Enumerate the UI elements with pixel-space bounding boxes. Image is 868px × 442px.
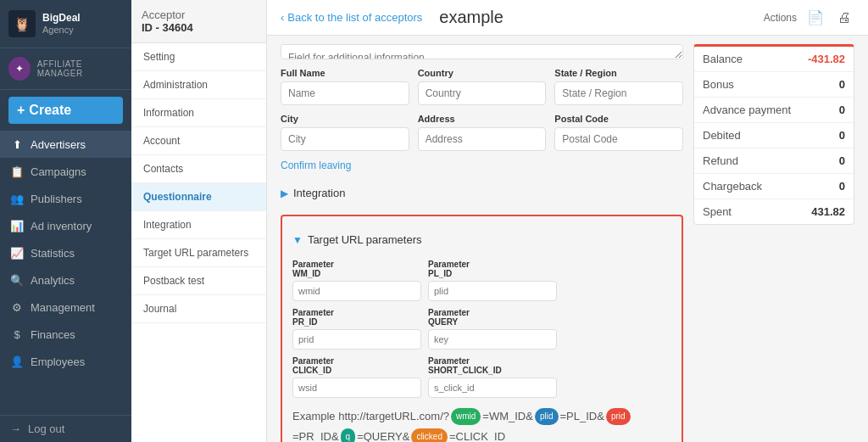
city-label: City — [281, 114, 409, 124]
balance-row-advance: Advance payment 0 — [694, 98, 854, 123]
back-arrow-icon: ‹ — [281, 11, 284, 24]
sidebar-item-label: Finances — [31, 328, 75, 341]
page-title: example — [439, 8, 504, 27]
sidebar-item-campaigns[interactable]: 📋 Campaigns — [0, 158, 131, 185]
params-grid: Parameter WM_ID Parameter PL_ID — [292, 260, 671, 398]
form-group-fullname: Full Name — [281, 68, 409, 105]
param-prid-input[interactable] — [292, 329, 421, 350]
publishers-icon: 👥 — [10, 192, 24, 205]
param-wmid: Parameter WM_ID — [292, 260, 421, 301]
sidebar-item-analytics[interactable]: 🔍 Analytics — [0, 266, 131, 294]
q-pill: q — [341, 428, 356, 442]
target-url-section: ▼ Target URL parameters Parameter WM_ID … — [281, 215, 683, 442]
form-group-address: Address — [418, 114, 547, 151]
sidebar: 🦉 BigDeal Agency ✦ AFFILIATE MANAGER + C… — [0, 0, 131, 442]
sidebar-item-statistics[interactable]: 📈 Statistics — [0, 239, 131, 266]
country-input[interactable] — [418, 81, 547, 105]
address-label: Address — [418, 114, 547, 124]
balance-row-debited: Debited 0 — [694, 123, 854, 148]
state-input[interactable] — [554, 81, 683, 105]
submenu-item-target-url[interactable]: Target URL parameters — [131, 239, 266, 267]
postal-input[interactable] — [554, 127, 683, 151]
sidebar-item-advertisers[interactable]: ⬆ Advertisers — [0, 131, 131, 158]
form-panel: Full Name Country State / Region City — [281, 44, 683, 434]
right-panel: Balance -431.82 Bonus 0 Advance payment … — [693, 44, 854, 434]
clicked-pill: clicked — [411, 428, 448, 442]
address-input[interactable] — [418, 127, 547, 151]
sidebar-item-label: Management — [31, 301, 95, 314]
topbar-right: Actions 📄 🖨 — [764, 6, 854, 29]
balance-row-chargeback: Chargeback 0 — [694, 174, 854, 199]
integration-section-header[interactable]: ▶ Integration — [281, 180, 683, 206]
param-clickid-input[interactable] — [292, 378, 421, 398]
state-label: State / Region — [554, 68, 683, 78]
confirm-leaving-link[interactable]: Confirm leaving — [281, 159, 683, 171]
param-short-clickid-input[interactable] — [428, 378, 557, 398]
sidebar-item-label: Publishers — [31, 193, 82, 205]
sidebar-logo: 🦉 BigDeal Agency — [0, 0, 131, 48]
finances-icon: $ — [10, 327, 24, 341]
content-area: Full Name Country State / Region City — [267, 36, 868, 442]
param-query-input[interactable] — [428, 329, 557, 350]
submenu-item-questionnaire[interactable]: Questionnaire — [131, 183, 266, 211]
plid-pill: plid — [535, 408, 559, 425]
submenu-item-integration[interactable]: Integration — [131, 211, 266, 239]
topbar: ‹ Back to the list of acceptors example … — [267, 0, 868, 36]
form-row-2: City Address Postal Code — [281, 114, 683, 151]
back-link[interactable]: ‹ Back to the list of acceptors — [281, 11, 422, 24]
country-label: Country — [418, 68, 547, 78]
param-short-clickid: Parameter SHORT_CLICK_ID — [428, 356, 557, 398]
create-button[interactable]: + Create — [8, 97, 123, 124]
logo-icon: 🦉 — [8, 10, 36, 37]
sidebar-item-employees[interactable]: 👤 Employees — [0, 348, 131, 375]
logout-label: Log out — [28, 422, 64, 435]
affiliate-icon: ✦ — [8, 57, 31, 81]
additional-info-textarea[interactable] — [281, 44, 683, 59]
param-plid-input[interactable] — [428, 281, 557, 301]
submenu-item-administration[interactable]: Administration — [131, 71, 266, 99]
param-wmid-input[interactable] — [292, 281, 421, 301]
sidebar-item-label: Statistics — [31, 247, 75, 260]
sidebar-item-ad-inventory[interactable]: 📊 Ad inventory — [0, 212, 131, 239]
management-icon: ⚙ — [10, 300, 24, 314]
balance-row-balance: Balance -431.82 — [694, 47, 854, 72]
submenu-panel: Acceptor ID - 34604 Setting Administrati… — [131, 0, 267, 442]
balance-row-spent: Spent 431.82 — [694, 199, 854, 224]
submenu-item-information[interactable]: Information — [131, 99, 266, 127]
postal-label: Postal Code — [554, 114, 683, 124]
topbar-left: ‹ Back to the list of acceptors example — [281, 8, 504, 27]
form-row-1: Full Name Country State / Region — [281, 68, 683, 105]
print-icon-button[interactable]: 🖨 — [834, 7, 854, 29]
fullname-label: Full Name — [281, 68, 409, 78]
target-url-header[interactable]: ▼ Target URL parameters — [292, 227, 671, 253]
logout-icon: → — [10, 422, 21, 435]
balance-card: Balance -431.82 Bonus 0 Advance payment … — [693, 44, 854, 225]
form-group-city: City — [281, 114, 409, 151]
logo-text: BigDeal Agency — [42, 12, 81, 36]
document-icon-button[interactable]: 📄 — [804, 6, 827, 29]
sidebar-item-label: Employees — [31, 355, 85, 368]
balance-row-bonus: Bonus 0 — [694, 72, 854, 98]
sidebar-nav: ⬆ Advertisers 📋 Campaigns 👥 Publishers 📊… — [0, 131, 131, 415]
sidebar-item-finances[interactable]: $ Finances — [0, 321, 131, 348]
submenu-item-account[interactable]: Account — [131, 127, 266, 155]
param-prid: Parameter PR_ID — [292, 308, 421, 350]
employees-icon: 👤 — [10, 355, 24, 368]
submenu-item-contacts[interactable]: Contacts — [131, 155, 266, 183]
sidebar-item-management[interactable]: ⚙ Management — [0, 294, 131, 321]
submenu-item-journal[interactable]: Journal — [131, 295, 266, 323]
form-group-country: Country — [418, 68, 547, 105]
advertisers-icon: ⬆ — [10, 137, 24, 151]
sidebar-item-publishers[interactable]: 👥 Publishers — [0, 185, 131, 212]
submenu-item-setting[interactable]: Setting — [131, 43, 266, 71]
logout-button[interactable]: → Log out — [0, 415, 131, 442]
actions-label: Actions — [764, 12, 797, 24]
statistics-icon: 📈 — [10, 246, 24, 260]
city-input[interactable] — [281, 127, 409, 151]
integration-arrow-icon: ▶ — [281, 187, 288, 199]
target-url-arrow-icon: ▼ — [292, 234, 303, 246]
fullname-input[interactable] — [281, 81, 409, 105]
prid-pill: prid — [606, 408, 631, 425]
submenu-item-postback-test[interactable]: Postback test — [131, 267, 266, 295]
form-group-postal: Postal Code — [554, 114, 683, 151]
